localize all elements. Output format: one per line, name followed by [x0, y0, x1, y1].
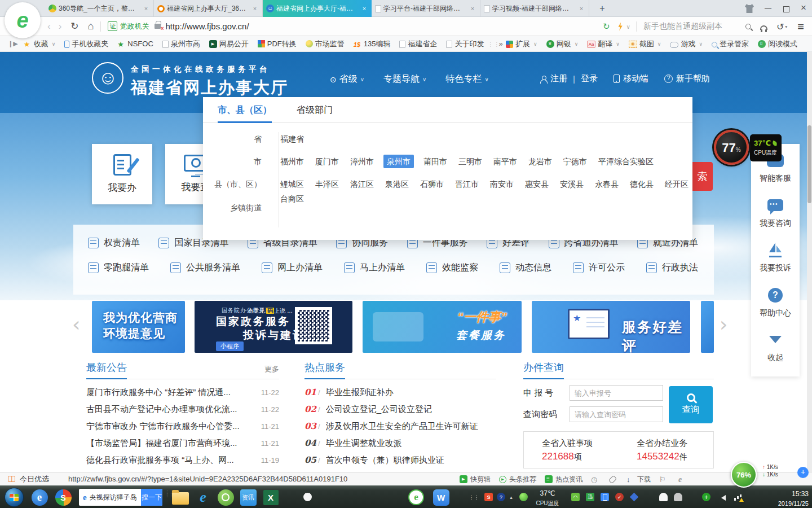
search-icon[interactable] — [745, 24, 751, 29]
tray-green-ball-icon[interactable] — [519, 493, 528, 501]
browser-tab[interactable]: 福建省网上办事大厅_360搜索 × — [154, 0, 263, 17]
browser-tab[interactable]: 学习平台-福建干部网络学院 × — [372, 0, 480, 17]
extension-item[interactable]: 扩展 — [506, 39, 537, 49]
browser-logo[interactable]: e — [5, 2, 41, 38]
gift-icon[interactable] — [8, 476, 15, 482]
status-tool[interactable]: 下载 — [626, 475, 651, 484]
taskbar-360-browser[interactable] — [29, 488, 50, 507]
chevron-down-icon[interactable]: ∨ — [626, 24, 630, 30]
insecure-lock-icon[interactable] — [155, 24, 161, 29]
status-tool[interactable]: 快剪辑 — [460, 475, 491, 484]
city-item[interactable]: 漳州市 — [348, 155, 376, 168]
help-link[interactable]: 新手帮助 — [676, 73, 710, 84]
login-link[interactable]: 登录 — [581, 73, 598, 84]
taskbar-wifi-app[interactable] — [215, 488, 236, 507]
bookmark-item[interactable]: 135编辑 — [354, 39, 391, 49]
banner-service-rating[interactable]: 服务好差评 — [532, 301, 690, 353]
headset-icon[interactable] — [760, 25, 767, 30]
county-item[interactable]: 鲤城区 — [279, 177, 306, 191]
service-link[interactable]: 效能监察 — [426, 262, 478, 274]
clock[interactable]: 15:332019/11/25 — [768, 489, 809, 508]
tray-expand-icon[interactable]: ⋮⋮ — [470, 493, 478, 501]
undo-icon[interactable] — [776, 21, 784, 32]
hot-service-item[interactable]: 05 / 首次申领专（兼）职律师执业证 — [304, 452, 496, 468]
search-suggestion[interactable]: 新手也能首通超级副本 — [636, 21, 736, 32]
taskbar-news-app[interactable]: 资讯 — [238, 488, 258, 507]
banner-business-env[interactable]: 我为优化营商环境提意见 — [92, 301, 185, 353]
volume-icon[interactable] — [718, 493, 726, 501]
site-logo-icon[interactable] — [92, 62, 123, 94]
sidebar-action[interactable]: 帮助中心 — [751, 287, 800, 332]
announcement-item[interactable]: 【市场监管局】福建省厦门市营商环境... 11-21 — [86, 435, 279, 452]
panel-tab[interactable]: 市、县（区） — [218, 97, 272, 123]
county-item[interactable]: 惠安县 — [523, 177, 550, 191]
bookmark-item[interactable]: 网易公开 — [209, 39, 249, 49]
tray-s-icon[interactable]: S — [484, 493, 493, 501]
tab-close-icon[interactable]: × — [251, 5, 259, 12]
carousel-next-icon[interactable]: › — [720, 313, 727, 336]
status-tool[interactable] — [591, 475, 602, 483]
extension-item[interactable]: 网银 — [546, 39, 579, 49]
service-link[interactable]: 马上办清单 — [344, 262, 405, 274]
panel-tab[interactable]: 省级部门 — [297, 97, 333, 123]
new-tab-button[interactable]: + — [595, 2, 610, 15]
more-link[interactable]: 更多 — [264, 364, 279, 379]
nav-item[interactable]: 专题导航 — [383, 73, 426, 85]
nav-item[interactable]: 特色专栏 — [445, 73, 488, 85]
tray-person-icon[interactable] — [674, 493, 682, 501]
taskbar-search-text[interactable]: 央视探访獐子岛 — [90, 493, 141, 502]
banner-partial[interactable] — [701, 301, 714, 353]
announcement-item[interactable]: 宁德市审改办 宁德市行政服务中心管委... 11-21 — [86, 418, 279, 435]
county-item[interactable]: 石狮市 — [418, 177, 445, 191]
forward-icon[interactable]: › — [59, 21, 62, 32]
tray-add-icon[interactable]: + — [702, 493, 710, 501]
tray-shield-icon[interactable]: ✓ — [615, 493, 624, 501]
banner-one-thing-package[interactable]: “一件事” 套餐服务 — [363, 301, 522, 353]
city-item[interactable]: 泉州市 — [383, 155, 414, 168]
hot-service-item[interactable]: 02 / 公司设立登记_公司设立登记 — [304, 401, 496, 418]
city-item[interactable]: 平潭综合实验区 — [597, 155, 655, 168]
bookmarks-collapse-icon[interactable]: ❙▶ — [8, 40, 18, 47]
today-picks-label[interactable]: 今日优选 — [20, 474, 49, 484]
service-link[interactable]: 零跑腿清单 — [88, 262, 149, 274]
service-link[interactable]: 动态信息 — [500, 262, 551, 274]
bookmark-item[interactable]: 福建省企 — [399, 39, 437, 49]
carousel-prev-icon[interactable]: ‹ — [72, 313, 80, 336]
bookmark-item[interactable]: 关于印发 — [446, 39, 484, 49]
tray-xun-icon[interactable]: 迅 — [586, 493, 594, 501]
extension-item[interactable]: 游戏 — [670, 39, 703, 49]
tray-caret-icon[interactable]: ▴ — [507, 493, 515, 501]
bookmark-item[interactable]: 泉州市高 — [162, 39, 200, 49]
taskbar-excel[interactable] — [261, 488, 281, 507]
status-tool[interactable]: 头条推荐 — [499, 475, 536, 484]
service-link[interactable]: 公共服务清单 — [170, 262, 240, 274]
taskbar-search-box[interactable]: e 央视探访獐子岛 搜一下 — [79, 489, 162, 506]
taskbar-360-browser-green[interactable] — [406, 488, 426, 507]
county-item[interactable]: 晋江市 — [453, 177, 480, 191]
page-scrollbar[interactable] — [807, 52, 812, 472]
back-icon[interactable]: ‹ — [47, 21, 51, 32]
url-text[interactable]: http://www.fjbs.gov.cn/ — [165, 21, 249, 31]
tab-close-icon[interactable]: × — [469, 5, 476, 12]
browser-tab[interactable]: 学习视频-福建干部网络学院 × — [480, 0, 589, 17]
application-number-input[interactable] — [570, 385, 663, 401]
city-item[interactable]: 宁德市 — [562, 155, 589, 168]
status-tool[interactable] — [659, 475, 670, 483]
city-item[interactable]: 莆田市 — [422, 155, 449, 168]
scrollbar-thumb[interactable] — [807, 125, 811, 203]
service-link[interactable]: 权责清单 — [88, 237, 140, 249]
city-item[interactable]: 龙岩市 — [527, 155, 554, 168]
banner-complaints-mini-program[interactable]: 国务院办公厅开通 国家政务服务 投诉与建议 小程序 有意见 码上说 … — [195, 301, 352, 353]
hot-service-item[interactable]: 03 / 涉及饮用水卫生安全的产品卫生许可新证 — [304, 418, 496, 435]
start-button[interactable] — [5, 488, 24, 507]
menu-icon[interactable] — [797, 20, 804, 33]
extension-item[interactable]: 翻译 — [587, 39, 620, 49]
county-item[interactable]: 南安市 — [488, 177, 515, 191]
city-item[interactable]: 厦门市 — [314, 155, 341, 168]
county-item[interactable]: 泉港区 — [383, 177, 411, 191]
register-link[interactable]: 注册 — [550, 73, 567, 84]
status-tool[interactable]: 热点资讯 — [545, 475, 582, 484]
province-item[interactable]: 福建省 — [279, 132, 306, 146]
service-link[interactable]: 许可公示 — [573, 262, 625, 274]
speed-ball[interactable]: 76% — [731, 462, 757, 488]
